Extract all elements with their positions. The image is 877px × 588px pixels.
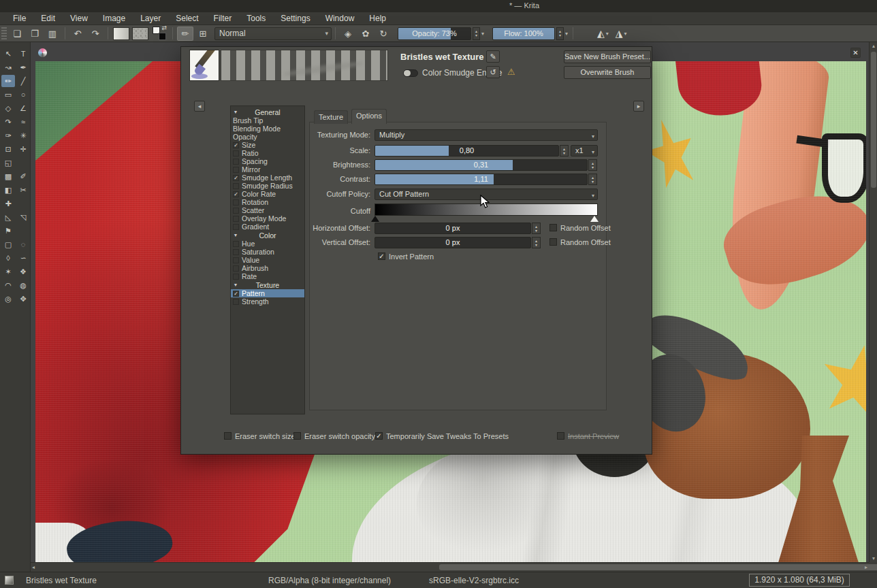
circular-selection-tool[interactable]: ◌ — [16, 238, 30, 250]
bezier-selection-tool[interactable]: ❖ — [16, 265, 30, 278]
eraser-switch-opacity-checkbox[interactable] — [293, 432, 301, 440]
multibrush-tool[interactable]: ✳ — [16, 129, 30, 142]
gradient-chooser[interactable] — [113, 27, 129, 40]
texturing-mode-dropdown[interactable]: Multiply ▾ — [374, 129, 598, 141]
scratchpad-panel-toggle-right[interactable]: ▸ — [633, 101, 644, 112]
option-checkbox[interactable] — [233, 257, 239, 263]
refresh-button[interactable]: ↻ — [375, 27, 392, 41]
option-checkbox[interactable]: ✓ — [233, 191, 239, 197]
dynamic-brush-tool[interactable]: ✑ — [1, 129, 15, 142]
option-checkbox[interactable] — [233, 150, 239, 157]
option-saturation[interactable]: Saturation — [231, 248, 304, 256]
horizontal-scrollbar-thumb[interactable] — [439, 564, 877, 570]
vertical-offset-slider[interactable]: 0 px — [374, 237, 531, 248]
save-document-button[interactable]: ▥ — [44, 27, 61, 41]
calligraphy-tool[interactable]: ✒ — [16, 61, 30, 74]
vertical-scrollbar[interactable]: ▴ ▾ — [869, 42, 877, 562]
scale-slider[interactable]: 0,80 — [374, 145, 559, 157]
horizontal-offset-spinner[interactable]: ▴▾ — [532, 223, 541, 234]
option-checkbox[interactable] — [233, 183, 239, 189]
flow-slider[interactable]: Flow: 100% — [492, 27, 555, 40]
freehand-brush-tool[interactable]: ✏ — [1, 75, 15, 87]
crop-tool[interactable]: ◱ — [1, 157, 15, 169]
undo-button[interactable]: ↶ — [69, 27, 86, 41]
select-shapes-tool[interactable]: ↖ — [1, 48, 15, 60]
option-rate[interactable]: Rate — [231, 272, 304, 280]
mirror-horizontal-button[interactable]: ◭ — [597, 28, 605, 39]
brightness-spinner[interactable]: ▴▾ — [588, 159, 597, 171]
option-checkbox[interactable] — [233, 249, 239, 255]
option-checkbox[interactable] — [233, 265, 239, 272]
brush-preset-thumbnail[interactable] — [189, 50, 219, 81]
smart-patch-tool[interactable]: ✚ — [1, 197, 15, 210]
option-checkbox[interactable] — [233, 274, 239, 280]
chevron-down-icon[interactable]: ▾ — [624, 31, 627, 37]
brightness-slider[interactable]: 0,31 — [374, 159, 588, 171]
overwrite-brush-button[interactable]: Overwrite Brush — [564, 66, 651, 79]
menu-window[interactable]: Window — [318, 12, 362, 25]
option-airbrush[interactable]: Airbrush — [231, 264, 304, 272]
save-tweaks-checkbox[interactable]: ✓ — [375, 432, 383, 440]
rectangle-tool[interactable]: ▭ — [1, 88, 15, 101]
polygonal-selection-tool[interactable]: ◊ — [1, 252, 15, 264]
chevron-down-icon[interactable]: ▾ — [565, 31, 568, 37]
option-checkbox[interactable]: ✓ — [233, 291, 239, 297]
cutoff-max-handle[interactable] — [590, 216, 599, 222]
brush-scratchpad[interactable] — [221, 50, 388, 81]
scroll-up-icon[interactable]: ▴ — [870, 43, 877, 49]
horizontal-offset-slider[interactable]: 0 px — [374, 223, 531, 234]
eraser-switch-size-checkbox[interactable] — [224, 432, 232, 440]
option-checkbox[interactable] — [233, 216, 239, 222]
foreground-background-colors[interactable]: ⇄ — [153, 27, 166, 40]
vertical-offset-spinner[interactable]: ▴▾ — [532, 237, 541, 248]
option-checkbox[interactable] — [233, 167, 239, 173]
scale-spinner[interactable]: ▴▾ — [560, 145, 569, 157]
option-checkbox[interactable] — [233, 199, 239, 206]
mirror-vertical-button[interactable]: ◮ — [616, 28, 623, 39]
status-image-size[interactable]: 1.920 x 1.080 (64,3 MiB) — [749, 574, 850, 587]
menu-image[interactable]: Image — [95, 12, 133, 25]
vertical-scrollbar-thumb[interactable] — [871, 52, 876, 188]
option-checkbox[interactable] — [233, 208, 239, 214]
menu-edit[interactable]: Edit — [33, 12, 63, 25]
reload-preset-button[interactable]: ✿ — [357, 27, 374, 41]
freehand-selection-tool[interactable]: ∽ — [16, 252, 30, 264]
menu-layer[interactable]: Layer — [133, 12, 168, 25]
menu-tools[interactable]: Tools — [239, 12, 273, 25]
option-value[interactable]: Value — [231, 256, 304, 264]
color-smudge-engine-toggle[interactable] — [403, 69, 418, 77]
background-color-swatch[interactable] — [159, 33, 166, 40]
chevron-down-icon[interactable]: ▾ — [606, 31, 609, 37]
tab-texture[interactable]: Texture — [314, 110, 348, 124]
rectangular-selection-tool[interactable]: ▢ — [1, 238, 15, 250]
option-strength[interactable]: Strength — [231, 297, 304, 306]
option-checkbox[interactable] — [233, 299, 239, 305]
menu-file[interactable]: File — [5, 12, 33, 25]
pan-tool[interactable]: ✥ — [16, 293, 30, 305]
option-checkbox[interactable] — [233, 159, 239, 165]
rename-preset-button[interactable]: ✎ — [486, 50, 500, 63]
polygon-tool[interactable]: ◇ — [1, 102, 15, 114]
ellipse-tool[interactable]: ○ — [16, 88, 30, 101]
bezier-curve-tool[interactable]: ↷ — [1, 116, 15, 128]
scroll-right-icon[interactable]: ▸ — [865, 564, 867, 570]
scale-multiplier-dropdown[interactable]: x1 ▾ — [571, 145, 598, 157]
chevron-down-icon[interactable]: ▾ — [481, 31, 484, 37]
line-tool[interactable]: ╱ — [16, 75, 30, 87]
toolbar-grip[interactable] — [1, 27, 7, 39]
new-document-button[interactable]: ❏ — [9, 27, 25, 41]
blending-mode-dropdown[interactable]: Normal ▾ — [214, 27, 332, 40]
presets-panel-toggle-left[interactable]: ◂ — [194, 101, 205, 112]
option-brush-tip[interactable]: Brush Tip — [231, 116, 304, 125]
option-checkbox[interactable] — [233, 241, 239, 247]
freehand-path-tool[interactable]: ≈ — [16, 116, 30, 128]
docker-close-button[interactable]: ✕ — [850, 48, 861, 58]
option-checkbox[interactable] — [233, 224, 239, 230]
similar-color-selection-tool[interactable]: ✶ — [1, 265, 15, 278]
contrast-spinner[interactable]: ▴▾ — [588, 174, 597, 185]
gradient-tool[interactable]: ▩ — [1, 170, 15, 182]
edit-shapes-tool[interactable]: ↝ — [1, 61, 15, 74]
polyline-tool[interactable]: ∠ — [16, 102, 30, 114]
color-sampler-tool[interactable]: ✐ — [16, 170, 30, 182]
cutoff-min-handle[interactable] — [371, 216, 379, 222]
